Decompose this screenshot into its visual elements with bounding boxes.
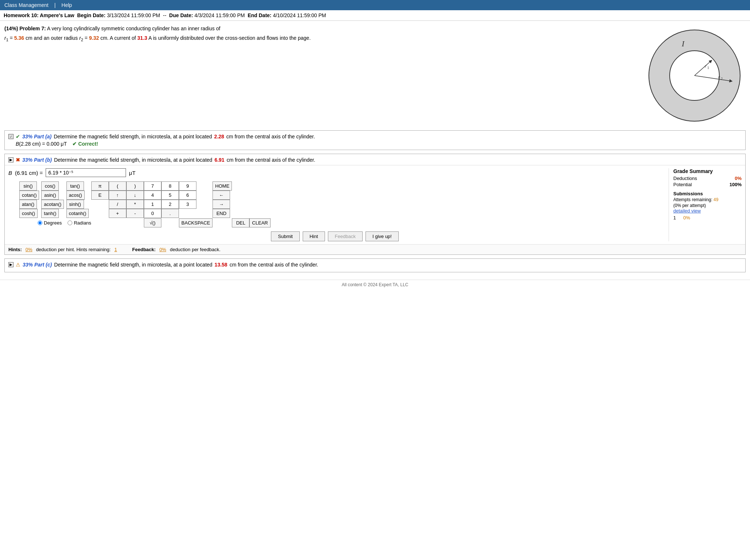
svg-text:2: 2: [721, 77, 723, 81]
calc-acotan[interactable]: acotan(): [41, 200, 64, 209]
detailed-view-row: detailed view: [673, 208, 742, 214]
calc-9[interactable]: 9: [179, 181, 196, 191]
calc-3[interactable]: 3: [179, 200, 196, 209]
calc-e[interactable]: E: [91, 191, 109, 200]
problem-desc: A very long cylindrically symmetric cond…: [47, 26, 221, 31]
part-a-desc: Determine the magnetic field strength, i…: [54, 134, 212, 139]
calc-atan[interactable]: atan(): [19, 200, 37, 209]
r2-val: 9.32: [89, 35, 99, 41]
sub-num: 1: [673, 215, 676, 220]
radians-option[interactable]: Radians: [68, 220, 91, 226]
calc-pi[interactable]: π: [91, 181, 109, 191]
calc-8[interactable]: 8: [161, 181, 179, 191]
calc-home[interactable]: HOME: [213, 181, 232, 191]
calc-dot[interactable]: .: [161, 209, 179, 218]
feedback-button[interactable]: Feedback: [328, 231, 363, 241]
calc-minus[interactable]: -: [126, 209, 144, 218]
part-c-percent: 33% Part (c): [23, 262, 52, 268]
radians-radio[interactable]: [68, 220, 72, 225]
hw-title: Homework 10: Ampere's Law: [4, 12, 74, 18]
calc-multiply[interactable]: *: [126, 200, 144, 209]
hint-button[interactable]: Hint: [303, 231, 325, 241]
detailed-view-link[interactable]: detailed view: [673, 208, 701, 214]
grade-summary-panel: Grade Summary Deductions 0% Potential 10…: [669, 168, 742, 241]
part-b-distance: 6.91: [214, 157, 224, 163]
calc-empty-3: [179, 213, 196, 217]
degrees-radio[interactable]: [38, 220, 42, 225]
cylinder-diagram-container: I r 1 r 2: [643, 24, 746, 127]
begin-label: Begin Date:: [77, 12, 106, 18]
equation-lhs: B: [8, 170, 12, 176]
submissions-title: Submissions: [673, 191, 703, 196]
calc-backspace[interactable]: BACKSPACE: [179, 218, 213, 227]
calc-sin[interactable]: sin(): [19, 181, 37, 191]
calc-divide[interactable]: /: [109, 200, 126, 209]
radians-label: Radians: [74, 220, 91, 226]
calc-2[interactable]: 2: [161, 200, 179, 209]
nav-class-management[interactable]: Class Management: [4, 2, 49, 8]
part-b-desc: Determine the magnetic field strength, i…: [54, 157, 212, 163]
calc-up[interactable]: ↑: [109, 191, 126, 200]
begin-date: 3/13/2024 11:59:00 PM: [107, 12, 160, 18]
calc-4[interactable]: 4: [144, 191, 161, 200]
submit-button[interactable]: Submit: [271, 231, 299, 241]
problem-number: Problem 7:: [19, 26, 46, 31]
calc-cotan[interactable]: cotan(): [19, 191, 39, 200]
feedback-label: Feedback:: [132, 247, 156, 252]
calc-cosh[interactable]: cosh(): [19, 209, 38, 218]
calc-sinh[interactable]: sinh(): [66, 200, 84, 209]
part-a-checkbox[interactable]: ✓: [8, 134, 14, 139]
part-c-header: ▶ ⚠ 33% Part (c) Determine the magnetic …: [8, 262, 742, 268]
r1-val: 5.36: [14, 35, 24, 41]
calc-tan[interactable]: tan(): [66, 181, 84, 191]
calc-6[interactable]: 6: [179, 191, 196, 200]
calc-end[interactable]: END: [213, 209, 230, 218]
answer-input[interactable]: [46, 168, 126, 177]
r1-sub: 1: [6, 38, 8, 42]
nav-help[interactable]: Help: [61, 2, 72, 8]
part-c-section: ▶ ⚠ 33% Part (c) Determine the magnetic …: [4, 258, 746, 272]
calc-7[interactable]: 7: [144, 181, 161, 191]
sub-pct: 0%: [683, 215, 690, 220]
hints-text: deduction per hint. Hints remaining:: [36, 247, 111, 252]
potential-label: Potential: [673, 182, 692, 187]
calc-del[interactable]: DEL: [232, 218, 249, 227]
hints-pct[interactable]: 0%: [26, 247, 32, 252]
action-buttons-row: Submit Hint Feedback I give up!: [8, 231, 661, 241]
calc-row-4: cosh() tanh() cotanh() + - 0 . END: [19, 209, 271, 218]
degrees-radians-row: Degrees Radians: [38, 220, 91, 226]
part-c-distance: 13.58: [215, 262, 227, 268]
feedback-pct[interactable]: 0%: [159, 247, 166, 252]
give-up-button[interactable]: I give up!: [366, 231, 399, 241]
potential-val: 100%: [730, 182, 742, 187]
calc-acos[interactable]: acos(): [66, 191, 85, 200]
calc-row-3: atan() acotan() sinh() / * 1 2 3 →: [19, 200, 271, 209]
part-c-desc: Determine the magnetic field strength, i…: [54, 262, 212, 268]
calc-close-paren[interactable]: ): [126, 181, 144, 191]
part-a-section: ✓ ✔ 33% Part (a) Determine the magnetic …: [4, 130, 746, 150]
calc-cos[interactable]: cos(): [41, 181, 59, 191]
calc-cotanh[interactable]: cotanh(): [66, 209, 89, 218]
calc-backspace-arrow[interactable]: ←: [213, 191, 230, 200]
calc-0[interactable]: 0: [144, 209, 161, 218]
calc-asin[interactable]: asin(): [41, 191, 59, 200]
calc-row-1: sin() cos() tan() π ( ) 7 8 9 HOME: [19, 181, 271, 191]
calculator-table: sin() cos() tan() π ( ) 7 8 9 HOME: [19, 181, 271, 228]
hints-remaining[interactable]: 1: [114, 247, 117, 252]
part-b-checkbox[interactable]: ▶: [8, 157, 14, 162]
part-a-answer-row: B(2.28 cm) = 0.000 μT ✔ Correct!: [16, 141, 742, 147]
calc-sqrt[interactable]: √(): [144, 218, 161, 227]
equation-row: B (6.91 cm) = μT: [8, 168, 661, 177]
calc-right-arrow[interactable]: →: [213, 200, 230, 209]
calc-clear[interactable]: CLEAR: [249, 218, 270, 227]
part-c-checkbox[interactable]: ▶: [8, 262, 14, 267]
end-label: End Date:: [248, 12, 271, 18]
calc-down[interactable]: ↓: [126, 191, 144, 200]
calc-open-paren[interactable]: (: [109, 181, 126, 191]
calc-tanh[interactable]: tanh(): [41, 209, 59, 218]
calc-5[interactable]: 5: [161, 191, 179, 200]
r2-eq: =: [85, 35, 89, 41]
degrees-option[interactable]: Degrees: [38, 220, 62, 226]
calc-plus[interactable]: +: [109, 209, 126, 218]
calc-1[interactable]: 1: [144, 200, 161, 209]
